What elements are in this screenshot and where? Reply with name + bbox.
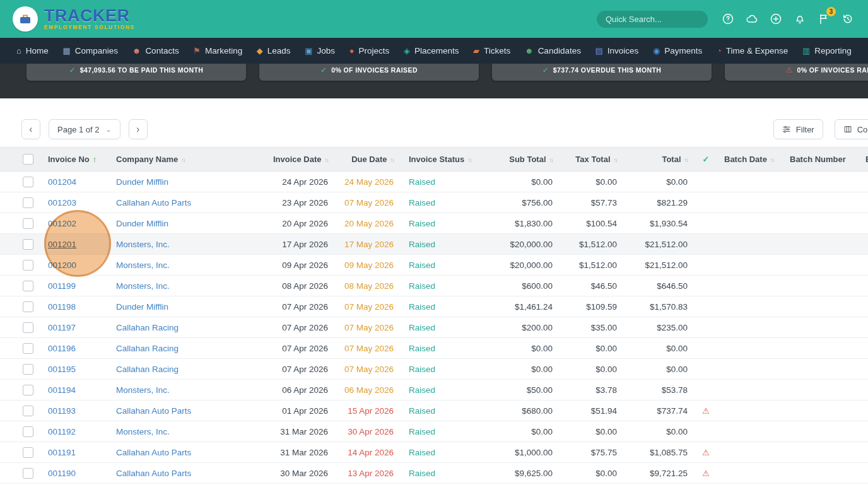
column-header-batch-number[interactable]: Batch Number	[782, 148, 858, 172]
invoice-link[interactable]: 001190	[48, 469, 76, 478]
column-header-tax-total[interactable]: Tax Total↑↓	[560, 148, 625, 172]
company-link[interactable]: Dunder Mifflin	[116, 302, 168, 312]
row-checkbox[interactable]	[23, 177, 33, 187]
invoice-link[interactable]: 001194	[48, 385, 76, 395]
invoice-link[interactable]: 001199	[48, 281, 76, 291]
nav-item-jobs[interactable]: ▣Jobs	[305, 46, 335, 56]
invoice-link[interactable]: 001193	[48, 406, 76, 416]
table-row[interactable]: 001203 Callahan Auto Parts 23 Apr 2026 0…	[0, 192, 868, 213]
sort-icon[interactable]: ↑↓	[684, 156, 688, 163]
next-page-button[interactable]: ›	[129, 119, 148, 139]
nav-item-candidates[interactable]: ☻Candidates	[525, 46, 581, 56]
nav-item-companies[interactable]: ▦Companies	[62, 46, 118, 56]
sort-icon[interactable]: ↑↓	[325, 156, 329, 163]
sort-icon[interactable]: ↑↓	[181, 156, 185, 163]
select-all-checkbox[interactable]	[23, 154, 33, 165]
invoice-link[interactable]: 001200	[48, 260, 76, 270]
columns-button[interactable]: Columns	[835, 119, 868, 139]
row-checkbox[interactable]	[23, 322, 33, 333]
company-link[interactable]: Callahan Auto Parts	[116, 198, 191, 207]
help-icon[interactable]	[722, 13, 734, 25]
sort-icon[interactable]: ↑↓	[770, 156, 774, 163]
column-header-batch-date[interactable]: Batch Date↑↓	[717, 148, 782, 172]
row-checkbox[interactable]	[23, 406, 33, 416]
invoice-link[interactable]: 001203	[48, 198, 76, 207]
table-row[interactable]: 001194 Monsters, Inc. 06 Apr 2026 06 May…	[0, 380, 868, 400]
company-link[interactable]: Callahan Racing	[116, 344, 179, 353]
app-logo[interactable]: TRACKER EMPLOYMENT SOLUTIONS	[13, 6, 135, 32]
row-checkbox[interactable]	[23, 385, 33, 395]
invoice-link[interactable]: 001204	[48, 177, 76, 187]
row-checkbox[interactable]	[23, 343, 33, 354]
table-row[interactable]: 001191 Callahan Auto Parts 31 Mar 2026 1…	[0, 442, 868, 463]
nav-item-contacts[interactable]: ☻Contacts	[132, 46, 179, 56]
invoice-link[interactable]: 001195	[48, 365, 76, 374]
column-header-cutoff[interactable]: B	[858, 148, 868, 172]
table-row[interactable]: 001193 Callahan Auto Parts 01 Apr 2026 1…	[0, 400, 868, 421]
company-link[interactable]: Callahan Auto Parts	[116, 469, 191, 478]
company-link[interactable]: Dunder Mifflin	[116, 219, 168, 228]
table-row[interactable]: 001196 Callahan Racing 07 Apr 2026 07 Ma…	[0, 338, 868, 359]
table-row[interactable]: 001199 Monsters, Inc. 08 Apr 2026 08 May…	[0, 276, 868, 296]
company-link[interactable]: Dunder Mifflin	[116, 177, 168, 187]
nav-item-projects[interactable]: ●Projects	[349, 46, 390, 56]
table-row[interactable]: 001204 Dunder Mifflin 24 Apr 2026 24 May…	[0, 172, 868, 192]
column-header-due-date[interactable]: Due Date↑↓	[336, 148, 401, 172]
page-select[interactable]: Page 1 of 2 ⌄	[49, 119, 120, 139]
column-header-invoice-no[interactable]: Invoice No↑	[40, 148, 108, 172]
row-checkbox[interactable]	[23, 364, 33, 375]
nav-item-leads[interactable]: ◆Leads	[257, 46, 291, 56]
company-link[interactable]: Callahan Racing	[116, 323, 179, 332]
prev-page-button[interactable]: ‹	[21, 119, 40, 139]
row-checkbox[interactable]	[23, 426, 33, 437]
quick-search-input[interactable]	[597, 11, 708, 28]
row-checkbox[interactable]	[23, 239, 33, 250]
row-checkbox[interactable]	[23, 447, 33, 458]
row-checkbox[interactable]	[23, 281, 33, 291]
table-row[interactable]: 001202 Dunder Mifflin 20 Apr 2026 20 May…	[0, 213, 868, 234]
column-header-check[interactable]: ✓	[695, 148, 717, 172]
company-link[interactable]: Monsters, Inc.	[116, 385, 170, 395]
company-link[interactable]: Monsters, Inc.	[116, 281, 170, 291]
stat-card[interactable]: ✓$47,093.56 TO BE PAID THIS MONTH	[26, 64, 246, 81]
stat-card[interactable]: ✓0% OF INVOICES RAISED	[259, 64, 479, 81]
row-checkbox[interactable]	[23, 218, 33, 229]
row-checkbox[interactable]	[23, 301, 33, 312]
table-row[interactable]: 001197 Callahan Racing 07 Apr 2026 07 Ma…	[0, 317, 868, 338]
company-link[interactable]: Monsters, Inc.	[116, 260, 170, 270]
invoice-link[interactable]: 001202	[48, 219, 76, 228]
flag-icon[interactable]: 3	[818, 13, 830, 25]
sort-icon[interactable]: ↑↓	[390, 156, 394, 163]
invoice-link[interactable]: 001196	[48, 344, 76, 353]
nav-item-home[interactable]: ⌂Home	[16, 46, 49, 56]
cloud-icon[interactable]	[746, 13, 758, 25]
nav-item-time-expense[interactable]: ◔Time & Expense	[717, 46, 788, 56]
sort-icon[interactable]: ↑↓	[467, 156, 471, 163]
column-header-invoice-date[interactable]: Invoice Date↑↓	[265, 148, 336, 172]
stat-card[interactable]: ✓$737.74 OVERDUE THIS MONTH	[492, 64, 712, 81]
invoice-link[interactable]: 001191	[48, 448, 76, 457]
row-checkbox[interactable]	[23, 260, 33, 271]
table-row[interactable]: 001195 Callahan Racing 07 Apr 2026 07 Ma…	[0, 359, 868, 380]
company-link[interactable]: Callahan Racing	[116, 365, 179, 374]
nav-item-payments[interactable]: ◉Payments	[653, 46, 702, 56]
invoice-link[interactable]: 001192	[48, 427, 76, 436]
bell-icon[interactable]	[794, 13, 806, 25]
column-header-invoice-status[interactable]: Invoice Status↑↓	[401, 148, 486, 172]
company-link[interactable]: Callahan Auto Parts	[116, 406, 191, 416]
sort-icon[interactable]: ↑↓	[549, 156, 553, 163]
row-checkbox[interactable]	[23, 468, 33, 479]
add-icon[interactable]	[770, 13, 782, 25]
nav-item-marketing[interactable]: ⚑Marketing	[193, 46, 242, 56]
sort-icon[interactable]: ↑↓	[614, 156, 618, 163]
table-row[interactable]: 001201 Monsters, Inc. 17 Apr 2026 17 May…	[0, 234, 868, 255]
column-header-sub-total[interactable]: Sub Total↑↓	[486, 148, 560, 172]
company-link[interactable]: Monsters, Inc.	[116, 427, 170, 436]
invoice-link[interactable]: 001198	[48, 302, 76, 312]
row-checkbox[interactable]	[23, 197, 33, 208]
nav-item-tickets[interactable]: ▰Tickets	[473, 46, 510, 56]
column-header-total[interactable]: Total↑↓	[625, 148, 695, 172]
table-row[interactable]: 001190 Callahan Auto Parts 30 Mar 2026 1…	[0, 463, 868, 484]
nav-item-reporting[interactable]: ▥Reporting	[802, 46, 852, 56]
invoice-link[interactable]: 001197	[48, 323, 76, 332]
